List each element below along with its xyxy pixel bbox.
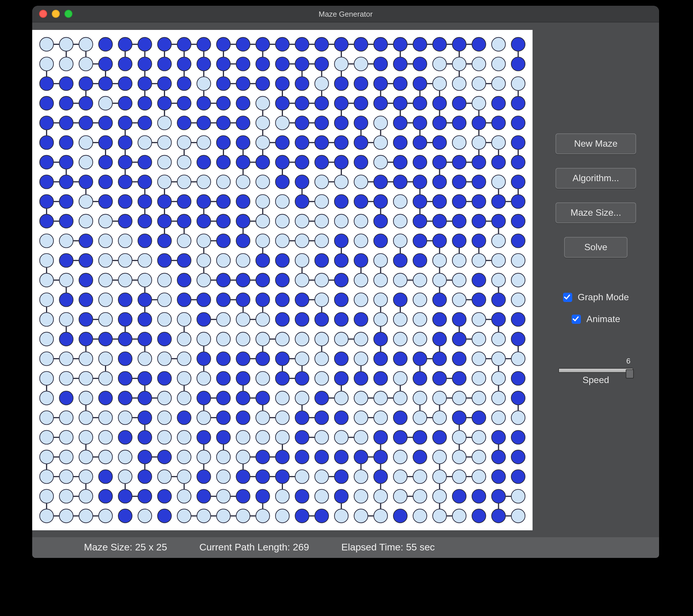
svg-point-999 [511,509,525,523]
svg-point-637 [276,234,289,247]
svg-point-839 [315,391,329,405]
svg-point-957 [177,490,191,503]
svg-point-850 [40,411,54,424]
svg-point-433 [197,77,211,91]
svg-point-644 [413,234,427,247]
svg-point-632 [177,234,191,247]
svg-point-676 [59,273,73,287]
svg-point-721 [452,293,466,306]
svg-point-509 [217,136,230,150]
speed-slider-thumb[interactable] [626,369,634,378]
close-icon[interactable] [39,10,47,18]
svg-point-905 [138,450,152,464]
svg-point-765 [334,332,348,346]
svg-point-989 [315,509,329,523]
svg-point-428 [99,77,113,91]
svg-point-583 [197,195,211,208]
minimize-icon[interactable] [52,10,60,18]
graph-mode-checkbox[interactable] [563,293,572,302]
svg-point-412 [276,57,289,71]
svg-point-546 [452,155,466,169]
svg-point-688 [295,273,309,287]
svg-point-771 [452,332,466,346]
speed-slider[interactable] [558,368,633,373]
svg-point-381 [158,37,171,51]
svg-point-538 [295,155,309,169]
svg-point-708 [197,293,211,306]
svg-point-899 [511,431,525,444]
svg-point-642 [374,234,388,247]
new-maze-button[interactable]: New Maze [556,134,636,154]
svg-point-866 [354,411,368,424]
svg-point-825 [40,391,54,405]
svg-point-878 [99,431,113,444]
svg-point-601 [59,214,73,228]
svg-point-897 [472,431,486,444]
svg-point-452 [79,96,93,110]
status-elapsed-label: Elapsed Time: [341,542,406,553]
svg-point-599 [511,195,525,208]
svg-point-510 [236,136,250,150]
svg-point-865 [334,411,348,424]
svg-point-566 [354,175,368,188]
svg-point-435 [236,77,250,91]
svg-point-950 [40,490,54,503]
svg-point-810 [236,372,250,385]
svg-point-901 [59,450,73,464]
svg-point-641 [354,234,368,247]
svg-point-832 [177,391,191,405]
svg-point-998 [492,509,506,523]
svg-point-655 [138,254,152,267]
svg-point-501 [59,136,73,150]
solve-button[interactable]: Solve [564,237,628,258]
svg-point-494 [413,116,427,130]
animate-label: Animate [586,314,620,324]
svg-point-808 [197,372,211,385]
svg-point-392 [374,37,388,51]
svg-point-413 [295,57,309,71]
animate-checkbox[interactable] [571,315,580,324]
status-path-length: Current Path Length: 269 [199,542,309,553]
svg-point-622 [472,214,486,228]
svg-point-423 [492,57,506,71]
svg-point-784 [217,352,230,365]
svg-point-945 [433,470,447,483]
svg-point-673 [492,254,506,267]
svg-point-995 [433,509,447,523]
svg-point-458 [197,96,211,110]
svg-point-586 [256,195,270,208]
svg-point-607 [177,214,191,228]
svg-point-698 [492,273,506,287]
svg-point-668 [393,254,407,267]
svg-point-595 [433,195,447,208]
svg-point-524 [511,136,525,150]
svg-point-761 [256,332,270,346]
svg-point-503 [99,136,113,150]
svg-point-497 [472,116,486,130]
svg-point-512 [276,136,289,150]
svg-point-568 [393,175,407,188]
svg-point-843 [393,391,407,405]
svg-point-807 [177,372,191,385]
svg-point-927 [79,470,93,483]
svg-point-984 [217,509,230,523]
svg-point-507 [177,136,191,150]
maximize-icon[interactable] [64,10,73,18]
algorithm-button[interactable]: Algorithm... [556,168,636,188]
svg-point-975 [40,509,54,523]
svg-point-387 [276,37,289,51]
svg-point-993 [393,509,407,523]
svg-point-779 [118,352,132,365]
maze-size-button[interactable]: Maze Size... [556,202,636,223]
svg-point-446 [452,77,466,91]
svg-point-654 [118,254,132,267]
svg-point-718 [393,293,407,306]
svg-point-402 [79,57,93,71]
svg-point-540 [334,155,348,169]
svg-point-861 [256,411,270,424]
svg-point-829 [118,391,132,405]
svg-point-526 [59,155,73,169]
svg-point-615 [334,214,348,228]
svg-point-548 [492,155,506,169]
svg-point-935 [236,470,250,483]
